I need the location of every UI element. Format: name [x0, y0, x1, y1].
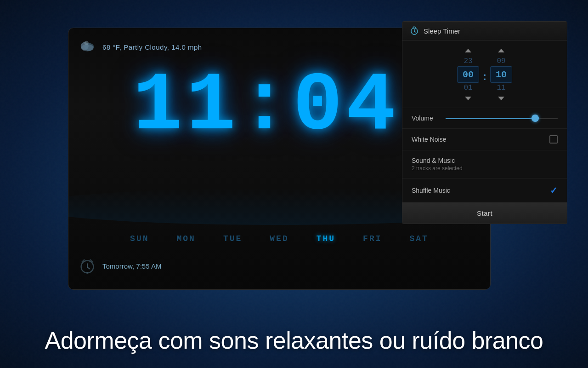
minutes-value[interactable]: 10: [490, 66, 512, 83]
svg-point-3: [84, 41, 89, 46]
day-wed: WED: [270, 234, 288, 243]
volume-fill: [446, 118, 535, 119]
svg-line-12: [414, 31, 416, 32]
bottom-caption: Adormeça com sons relaxantes ou ruído br…: [0, 327, 588, 354]
days-bar: SUN MON TUE WED THU FRI SAT: [68, 234, 490, 243]
hours-up-arrow[interactable]: [459, 45, 477, 56]
svg-point-9: [86, 272, 88, 274]
timer-icon: [410, 26, 419, 35]
sleep-timer-panel: Sleep Timer 23 00 01 :: [402, 21, 567, 224]
day-fri: FRI: [363, 234, 382, 243]
volume-row: Volume: [412, 115, 558, 122]
svg-marker-17: [498, 49, 504, 52]
minutes-above: 09: [497, 57, 505, 65]
svg-marker-15: [465, 49, 471, 52]
hours-down-arrow[interactable]: [459, 93, 477, 104]
main-container: 68 °F, Partly Cloudy, 14.0 mph 11:04 AM …: [0, 0, 588, 368]
day-sat: SAT: [410, 234, 429, 243]
minutes-up-arrow[interactable]: [492, 45, 510, 56]
svg-marker-16: [465, 97, 471, 100]
day-thu: THU: [317, 234, 335, 243]
caption-text: Adormeça com sons relaxantes ou ruído br…: [45, 327, 543, 354]
svg-line-14: [415, 27, 416, 28]
start-button-row: Start: [402, 202, 567, 224]
alarm-text: Tomorrow, 7:55 AM: [102, 262, 161, 270]
svg-line-13: [413, 27, 414, 28]
time-picker: 23 00 01 : 09 10 11: [402, 40, 567, 108]
day-tue: TUE: [223, 234, 242, 243]
white-noise-checkbox[interactable]: [549, 135, 558, 144]
panel-header: Sleep Timer: [402, 22, 567, 40]
shuffle-checkmark[interactable]: ✓: [550, 185, 558, 196]
hours-below: 01: [464, 84, 472, 92]
weather-text: 68 °F, Partly Cloudy, 14.0 mph: [102, 43, 202, 51]
day-sun: SUN: [130, 234, 149, 243]
white-noise-section: White Noise: [402, 128, 567, 150]
minutes-down-arrow[interactable]: [492, 93, 510, 104]
day-mon: MON: [176, 234, 195, 243]
hours-value[interactable]: 00: [457, 66, 479, 83]
shuffle-label: Shuffle Music: [412, 187, 450, 194]
minutes-column: 09 10 11: [490, 45, 512, 104]
hours-column: 23 00 01: [457, 45, 479, 104]
volume-thumb[interactable]: [531, 115, 539, 122]
weather-bar: 68 °F, Partly Cloudy, 14.0 mph: [78, 37, 202, 57]
svg-marker-18: [498, 97, 504, 100]
clock-time: 11:04: [133, 65, 399, 148]
white-noise-row: White Noise: [412, 135, 558, 144]
white-noise-label: White Noise: [412, 136, 446, 143]
minutes-below: 11: [497, 84, 505, 92]
svg-line-6: [87, 267, 90, 269]
hours-above: 23: [464, 57, 472, 65]
volume-label: Volume: [412, 115, 439, 122]
shuffle-section: Shuffle Music ✓: [402, 178, 567, 202]
start-button[interactable]: Start: [402, 203, 567, 224]
volume-slider[interactable]: [446, 118, 558, 119]
panel-title: Sleep Timer: [424, 27, 460, 35]
svg-point-2: [81, 44, 94, 51]
shuffle-row: Shuffle Music ✓: [412, 185, 558, 196]
alarm-bar: Tomorrow, 7:55 AM: [78, 256, 161, 276]
sound-music-label: Sound & Music: [412, 157, 558, 164]
time-separator: :: [483, 70, 486, 83]
sound-row[interactable]: Sound & Music 2 tracks are selected: [412, 157, 558, 172]
volume-section: Volume: [402, 108, 567, 128]
sound-music-section: Sound & Music 2 tracks are selected: [402, 150, 567, 178]
sound-music-sublabel: 2 tracks are selected: [412, 165, 558, 172]
alarm-icon: [78, 256, 97, 276]
weather-icon: [78, 37, 97, 57]
